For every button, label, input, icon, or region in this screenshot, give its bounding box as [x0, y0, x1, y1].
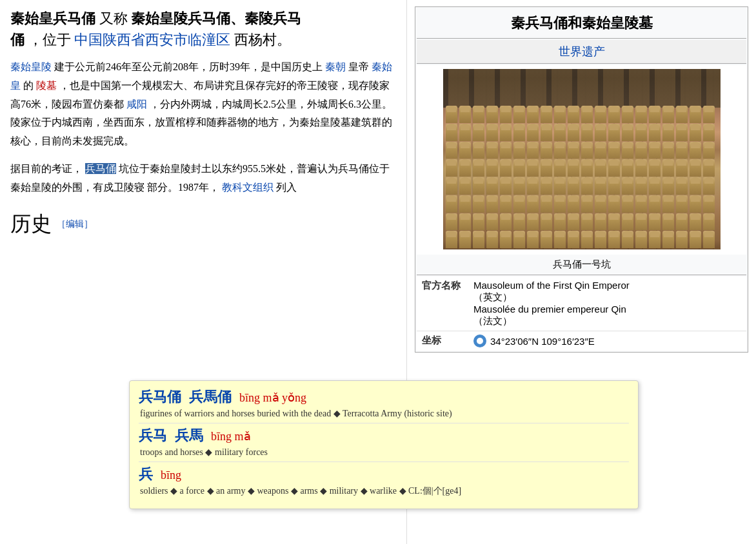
infobox-subtitle: 世界遗产: [417, 40, 746, 64]
tooltip-hanzi-simp-1: 兵马俑: [139, 387, 181, 407]
article-body-para2: 据目前的考证， 兵马俑 坑位于秦始皇陵封土以东约955.5米处，普遍认为兵马俑位…: [10, 160, 396, 197]
warrior-row: [446, 106, 718, 123]
terracotta-image: [443, 69, 721, 249]
warrior-row: [446, 231, 718, 248]
link-unesco[interactable]: 教科文组织: [222, 182, 274, 193]
infobox-title-main: 秦兵马俑和秦始皇陵墓: [417, 8, 746, 39]
infobox-coord-row: 坐标 34°23′06″N 109°16′23″E: [417, 331, 746, 351]
tooltip-pinyin-3: bīng: [161, 469, 181, 482]
tooltip-hanzi-trad-2: 兵馬: [175, 426, 203, 445]
link-xianyang[interactable]: 咸阳: [126, 99, 147, 110]
warrior-row: [446, 213, 718, 231]
coord-link[interactable]: 34°23′06″N 109°16′23″E: [490, 336, 595, 347]
tooltip-row-3: 兵 bīng: [139, 465, 629, 484]
history-edit-link[interactable]: ［编辑］: [57, 219, 93, 230]
warrior-rows: [443, 104, 721, 249]
infobox-official-name-value: Mausoleum of the First Qin Emperor （英文） …: [473, 280, 741, 327]
title-bold1: 秦始皇兵马俑: [10, 10, 95, 26]
title-end: 西杨村。: [234, 32, 291, 48]
tooltip-hanzi-simp-2: 兵马: [139, 426, 167, 445]
title-bold3: 俑: [10, 32, 25, 48]
tooltip-row-1: 兵马俑 兵馬俑 bīng mǎ yǒng: [139, 387, 629, 407]
article-body-para1: 秦始皇陵 建于公元前246年至公元前208年，历时39年，是中国历史上 秦朝 皇…: [10, 58, 396, 151]
title-text-youcheng: 又称: [99, 10, 128, 26]
infobox-caption: 兵马俑一号坑: [417, 256, 746, 275]
tooltip-def-2: troops and horses ◆ military forces: [140, 447, 629, 458]
coord-globe-icon: [473, 335, 486, 347]
tooltip-pinyin-2: bīng mǎ: [211, 429, 251, 443]
tooltip-def-3: soldiers ◆ a force ◆ an army ◆ weapons ◆…: [140, 485, 629, 497]
warrior-row: [446, 177, 718, 195]
official-name-en-note: （英文）: [473, 292, 512, 302]
official-name-fr: Mausolée du premier empereur Qin: [473, 304, 626, 315]
tooltip-hanzi-simp-3: 兵: [139, 465, 153, 484]
roof-bars: [443, 69, 721, 108]
tooltip-row-2: 兵马 兵馬 bīng mǎ: [139, 426, 629, 445]
infobox-official-name-label: 官方名称: [422, 280, 473, 327]
tooltip-pinyin-1: bīng mǎ yǒng: [239, 391, 306, 405]
tooltip-def-1: figurines of warriors and horses buried …: [140, 408, 629, 419]
official-name-fr-note: （法文）: [473, 316, 512, 326]
tooltip-sep-2: [139, 461, 629, 462]
title-location-link[interactable]: 中国陕西省西安市临潼区: [74, 32, 230, 48]
title-bold2: 秦始皇陵兵马俑、秦陵兵马: [131, 10, 301, 26]
infobox-coord-value: 34°23′06″N 109°16′23″E: [473, 335, 741, 347]
tooltip-hanzi-trad-1: 兵馬俑: [189, 387, 232, 407]
link-qin-dynasty[interactable]: 秦朝: [325, 61, 346, 72]
selected-text-bingmayong: 兵马俑: [85, 163, 116, 174]
tooltip-popup: 兵马俑 兵馬俑 bīng mǎ yǒng figurines of warrio…: [129, 380, 639, 509]
article-title: 秦始皇兵马俑 又称 秦始皇陵兵马俑、秦陵兵马 俑 ，位于 中国陕西省西安市临潼区…: [10, 8, 396, 50]
title-rest: ，位于: [28, 32, 71, 48]
tooltip-sep-1: [139, 423, 629, 423]
history-label: 历史: [10, 210, 52, 238]
history-section: 历史 ［编辑］: [10, 210, 396, 238]
warrior-row: [446, 159, 718, 177]
coord-display: 34°23′06″N 109°16′23″E: [473, 335, 741, 347]
infobox-image-cell: [417, 65, 746, 255]
left-column: 秦始皇兵马俑 又称 秦始皇陵兵马俑、秦陵兵马 俑 ，位于 中国陕西省西安市临潼区…: [0, 0, 406, 544]
link-mausoleum2[interactable]: 陵墓: [36, 80, 57, 91]
warrior-row: [446, 142, 718, 159]
infobox: 秦兵马俑和秦始皇陵墓 世界遗产: [415, 6, 748, 353]
warrior-row: [446, 124, 718, 141]
infobox-official-name-row: 官方名称 Mausoleum of the First Qin Emperor …: [417, 277, 746, 331]
warrior-row: [446, 195, 718, 213]
official-name-en: Mausoleum of the First Qin Emperor: [473, 280, 630, 291]
link-mausoleum[interactable]: 秦始皇陵: [10, 61, 52, 72]
infobox-coord-label: 坐标: [422, 335, 473, 347]
